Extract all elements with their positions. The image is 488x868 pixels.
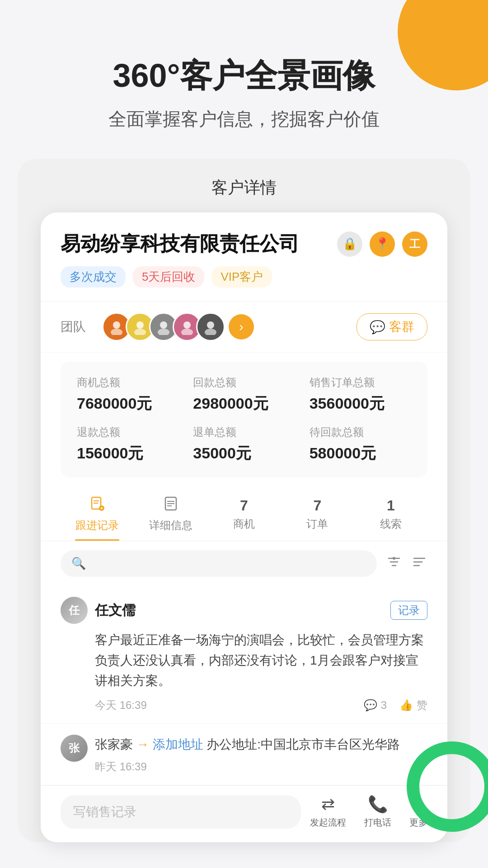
stat-item-5: 待回款总额 580000元: [302, 425, 418, 464]
svg-point-7: [181, 329, 193, 335]
feed-user-1: 任 任文儒: [61, 597, 136, 624]
company-icons: 🔒 📍 工: [337, 231, 427, 257]
stat-label-2: 销售订单总额: [310, 375, 411, 390]
chat-icon: 💬: [370, 320, 385, 335]
tab-clue[interactable]: 1 线索: [354, 497, 427, 539]
flow-label: 发起流程: [310, 816, 346, 829]
stat-item-1: 回款总额 2980000元: [186, 375, 302, 414]
search-input-wrap[interactable]: 🔍: [61, 550, 377, 577]
svg-point-23: [393, 557, 395, 560]
fg-card: 易动纷享科技有限责任公司 🔒 📍 工 多次成交 5天后回收 VIP客户 团队: [41, 212, 447, 842]
stat-label-1: 回款总额: [193, 375, 295, 390]
bottom-bar: 写销售记录 ⇄ 发起流程 📞 打电话 ··· 更多: [41, 785, 447, 842]
feed-item-1: 任 任文儒 记录 客户最近正准备一场海宁的演唱会，比较忙，会员管理方案负责人还没…: [41, 586, 447, 724]
bg-card-title: 客户详情: [41, 177, 447, 199]
tab-follow-label: 跟进记录: [75, 518, 119, 533]
tab-clue-num: 1: [387, 497, 395, 514]
svg-point-3: [134, 329, 146, 335]
feed-avatar-1: 任: [61, 597, 88, 624]
like-label: 赞: [417, 698, 427, 712]
kequn-button[interactable]: 💬 客群: [357, 313, 427, 340]
feed-username-1: 任文儒: [95, 601, 136, 620]
tab-order[interactable]: 7 订单: [281, 497, 354, 539]
stat-value-0: 7680000元: [77, 393, 178, 414]
stat-value-3: 156000元: [77, 443, 178, 464]
phone-icon: 📞: [368, 795, 388, 814]
hero-section: 360°客户全景画像 全面掌握客户信息，挖掘客户价值: [0, 0, 488, 159]
follow-record-icon: [89, 495, 105, 515]
stat-item-3: 退款总额 156000元: [70, 425, 186, 464]
feed2-content: 张家豪 → 添加地址 办公地址:中国北京市丰台区光华路: [95, 735, 427, 755]
work-icon[interactable]: 工: [402, 231, 427, 257]
kequn-label: 客群: [389, 318, 414, 335]
call-label: 打电话: [364, 816, 391, 829]
stat-label-5: 待回款总额: [310, 425, 411, 439]
bg-card: 客户详情 易动纷享科技有限责任公司 🔒 📍 工 多次成交 5天后回收 VIP客户: [18, 159, 470, 842]
flow-icon: ⇄: [321, 795, 335, 814]
hero-subtitle: 全面掌握客户信息，挖掘客户价值: [27, 107, 461, 132]
stat-value-2: 3560000元: [310, 393, 411, 414]
detail-info-icon: [163, 495, 179, 515]
svg-point-2: [136, 321, 144, 329]
svg-point-6: [183, 321, 191, 329]
comment-count: 3: [381, 699, 387, 712]
feed-avatar-2: 张: [61, 735, 88, 762]
tab-detail-label: 详细信息: [149, 518, 192, 533]
company-header: 易动纷享科技有限责任公司 🔒 📍 工 多次成交 5天后回收 VIP客户: [41, 212, 447, 302]
svg-point-4: [160, 321, 167, 329]
write-record-input[interactable]: 写销售记录: [61, 795, 301, 829]
feed-header-1: 任 任文儒 记录: [61, 597, 427, 624]
svg-point-0: [113, 321, 120, 329]
team-label: 团队: [61, 318, 86, 335]
search-row: 🔍: [41, 541, 447, 586]
feed-item-2: 张 张家豪 → 添加地址 办公地址:中国北京市丰台区光华路 昨天 16:39: [41, 724, 447, 785]
feed2-address-content: 办公地址:中国北京市丰台区光华路: [206, 737, 400, 751]
tag-reclaim-days: 5天后回收: [133, 266, 204, 288]
avatar-more[interactable]: ›: [229, 314, 254, 340]
stat-label-3: 退款总额: [77, 425, 178, 439]
start-flow-action[interactable]: ⇄ 发起流程: [310, 795, 346, 829]
avatar-5: [196, 312, 225, 341]
company-name: 易动纷享科技有限责任公司: [61, 231, 299, 257]
search-icon: 🔍: [71, 557, 86, 571]
svg-point-1: [111, 329, 122, 335]
hero-title: 360°客户全景画像: [27, 54, 461, 98]
feed-footer-1: 今天 16:39 💬 3 👍 赞: [95, 698, 427, 712]
tab-opportunity-num: 7: [240, 497, 248, 514]
stat-item-2: 销售订单总额 3560000元: [302, 375, 418, 414]
stat-item-4: 退单总额 35000元: [186, 425, 302, 464]
feed2-username: 张家豪: [95, 737, 133, 751]
stats-grid: 商机总额 7680000元 回款总额 2980000元 销售订单总额 35600…: [61, 362, 427, 477]
filter-icon[interactable]: [386, 554, 402, 574]
team-avatars: ›: [102, 312, 254, 341]
comment-action[interactable]: 💬 3: [364, 699, 387, 712]
stat-label-0: 商机总额: [77, 375, 178, 390]
feed2-time: 昨天 16:39: [95, 760, 427, 774]
feed2-action: 添加地址: [153, 737, 203, 751]
call-action[interactable]: 📞 打电话: [364, 795, 391, 829]
company-row: 易动纷享科技有限责任公司 🔒 📍 工: [61, 231, 427, 257]
svg-point-5: [158, 329, 169, 335]
location-icon[interactable]: 📍: [370, 231, 395, 257]
like-icon: 👍: [399, 699, 413, 712]
company-tags: 多次成交 5天后回收 VIP客户: [61, 266, 427, 288]
tab-opportunity[interactable]: 7 商机: [207, 497, 281, 539]
sort-icon[interactable]: [411, 554, 427, 574]
stat-label-4: 退单总额: [193, 425, 295, 439]
like-action[interactable]: 👍 赞: [399, 698, 427, 712]
feed2-arrow: →: [136, 737, 153, 751]
lock-icon[interactable]: 🔒: [337, 231, 362, 257]
tab-opportunity-label: 商机: [233, 517, 255, 531]
main-card-wrapper: 客户详情 易动纷享科技有限责任公司 🔒 📍 工 多次成交 5天后回收 VIP客户: [18, 159, 470, 842]
tab-follow-record[interactable]: 跟进记录: [61, 495, 134, 541]
tab-clue-label: 线索: [380, 517, 402, 531]
tabs-row: 跟进记录 详细信息 7 商机 7 订单 1 线: [41, 486, 447, 541]
team-row: 团队: [41, 302, 447, 353]
record-tag-1: 记录: [390, 601, 427, 620]
svg-point-9: [205, 329, 216, 335]
svg-point-8: [207, 321, 214, 329]
tag-vip: VIP客户: [211, 266, 272, 288]
tab-detail-info[interactable]: 详细信息: [134, 495, 207, 541]
stat-value-1: 2980000元: [193, 393, 295, 414]
stat-item-0: 商机总额 7680000元: [70, 375, 186, 414]
